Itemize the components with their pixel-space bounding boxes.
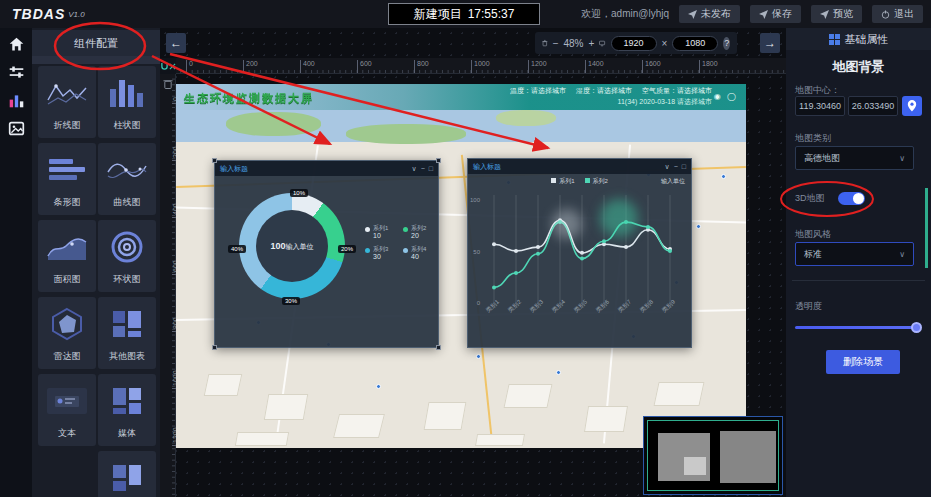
zoom-in-button[interactable]: +	[589, 38, 595, 49]
line-plot-area: 100 50 0 类别1 类别2 类别3 类别4 类别5 类别6 类别7 类别8…	[482, 187, 677, 317]
widget-title[interactable]: 输入标题	[220, 164, 248, 174]
ruler-corner	[160, 58, 176, 74]
charts-icon[interactable]	[8, 92, 25, 109]
legend-item[interactable]: 系列2	[585, 177, 608, 186]
collapse-icon[interactable]: ∨	[665, 163, 670, 171]
app-version: V1.0	[68, 10, 84, 19]
slider-knob[interactable]	[911, 322, 922, 333]
component-panel-title[interactable]: 组件配置	[32, 30, 160, 56]
close-icon[interactable]	[169, 63, 176, 70]
canvas-toolbar: − 48% + × ?	[535, 32, 737, 54]
map-header-buttons[interactable]: ◉ ◯	[714, 92, 738, 101]
map-3d-toggle[interactable]	[838, 192, 865, 205]
latitude-input[interactable]	[848, 96, 898, 116]
legend-item[interactable]: 系列440	[403, 246, 437, 261]
tile-hbar-chart[interactable]: 条形图	[38, 143, 96, 215]
tile-ring-chart[interactable]: 环状图	[98, 220, 156, 292]
legend-item[interactable]: 系列1	[551, 177, 574, 186]
unit-label: 输入单位	[661, 177, 685, 186]
legend-item[interactable]: 系列110	[365, 225, 399, 240]
paper-plane-icon	[688, 10, 697, 19]
minimize-icon[interactable]: −	[421, 165, 425, 173]
legend-item[interactable]: 系列220	[403, 225, 437, 240]
properties-header[interactable]: 基础属性	[786, 28, 931, 50]
ruler-number: 400	[300, 60, 315, 73]
tile-partial[interactable]	[98, 451, 156, 497]
resize-handle[interactable]	[212, 158, 217, 163]
panel-scrollbar[interactable]	[925, 188, 928, 268]
minimize-icon[interactable]: −	[674, 163, 678, 171]
properties-panel: 基础属性 地图背景 地图中心： 地图类别 高德地图 ∨ 3D地图 地图风格 标准…	[786, 28, 931, 497]
tile-line-chart[interactable]: 折线图	[38, 66, 96, 138]
ruler-number: 1400	[585, 60, 604, 73]
ruler-number: 1600	[642, 60, 661, 73]
map-weather-humidity: 湿度：请选择城市	[576, 86, 632, 96]
collapse-icon[interactable]: ∨	[412, 165, 417, 173]
welcome-text: 欢迎，admin@lyhjq	[581, 7, 669, 21]
longitude-input[interactable]	[795, 96, 845, 116]
nav-forward-button[interactable]: →	[760, 33, 780, 53]
home-icon[interactable]	[8, 36, 25, 53]
map-marker	[721, 174, 726, 179]
tile-radar-chart[interactable]: 雷达图	[38, 297, 96, 369]
zoom-out-button[interactable]: −	[553, 38, 559, 49]
nav-back-button[interactable]: ←	[166, 33, 186, 53]
tile-other-charts[interactable]: 其他图表	[98, 297, 156, 369]
legend-item[interactable]: 系列330	[365, 246, 399, 261]
project-title-box[interactable]: 新建项目 17:55:37	[388, 3, 540, 25]
save-button[interactable]: 保存	[750, 5, 801, 23]
canvas-height-input[interactable]	[672, 36, 718, 51]
grid-icon	[829, 34, 840, 45]
sliders-icon[interactable]	[8, 64, 25, 81]
maximize-icon[interactable]: □	[429, 165, 433, 173]
map-style-select[interactable]: 标准 ∨	[795, 242, 914, 266]
clipboard-icon[interactable]	[163, 78, 173, 89]
map-category-select[interactable]: 高德地图 ∨	[795, 146, 914, 170]
tile-media[interactable]: 媒体	[98, 374, 156, 446]
magnet-icon[interactable]	[161, 62, 168, 70]
donut-widget-header[interactable]: 输入标题 ∨ − □	[215, 161, 438, 176]
maximize-icon[interactable]: □	[682, 163, 686, 171]
line-widget[interactable]: 输入标题 ∨ − □ 系列1 系列2 输入单位 100 50 0 类别1 类别2…	[467, 158, 692, 348]
widget-title[interactable]: 输入标题	[473, 162, 501, 172]
area-chart-icon	[38, 226, 96, 268]
tile-curve-chart[interactable]: 曲线图	[98, 143, 156, 215]
delete-scene-button[interactable]: 删除场景	[826, 350, 900, 374]
legend-dot	[365, 227, 370, 232]
help-icon[interactable]: ?	[723, 37, 730, 50]
preview-button[interactable]: 预览	[811, 5, 862, 23]
minimap-widget-thumb	[658, 433, 710, 481]
text-widget-icon	[38, 380, 96, 422]
opacity-slider[interactable]	[795, 326, 917, 329]
resize-handle[interactable]	[436, 345, 441, 350]
donut-widget[interactable]: 输入标题 ∨ − □ 100输入单位 10% 20% 30% 40% 系列110…	[214, 160, 439, 348]
design-canvas[interactable]: ← → − 48% + × ? 020040060080010001200140…	[160, 28, 786, 497]
tile-text[interactable]: 文本	[38, 374, 96, 446]
trash-icon[interactable]	[542, 37, 548, 49]
canvas-width-input[interactable]	[611, 36, 657, 51]
section-title: 地图背景	[786, 58, 931, 76]
donut-center: 100输入单位	[256, 210, 328, 282]
publish-status-button[interactable]: 未发布	[679, 5, 740, 23]
exit-button[interactable]: 退出	[872, 5, 923, 23]
minimap[interactable]	[643, 416, 783, 495]
divider	[792, 280, 925, 281]
map-style-label: 地图风格	[795, 228, 831, 241]
component-panel: 组件配置 折线图 柱状图 条形图 曲线图 面积图 环状图 雷达图 其他图表 文本…	[32, 28, 160, 497]
line-widget-header[interactable]: 输入标题 ∨ − □	[468, 159, 691, 174]
monitor-icon[interactable]	[599, 38, 605, 49]
other-charts-icon	[98, 303, 156, 345]
map-weather-temp: 温度：请选择城市	[510, 86, 566, 96]
opacity-label: 透明度	[795, 300, 822, 313]
resize-handle[interactable]	[212, 345, 217, 350]
app-logo: TBDAS	[12, 6, 65, 22]
image-icon[interactable]	[8, 120, 25, 137]
ruler-number: 1200	[528, 60, 547, 73]
tile-bar-chart[interactable]: 柱状图	[98, 66, 156, 138]
tile-area-chart[interactable]: 面积图	[38, 220, 96, 292]
locate-button[interactable]	[902, 96, 922, 116]
chevron-down-icon: ∨	[899, 154, 905, 163]
resize-handle[interactable]	[436, 158, 441, 163]
curve-chart-icon	[98, 149, 156, 191]
media-widget-icon	[98, 380, 156, 422]
